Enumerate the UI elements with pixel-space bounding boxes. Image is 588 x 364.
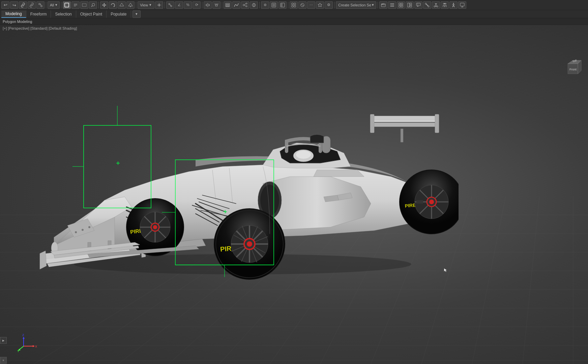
settings-btn[interactable]: ⚙ <box>325 1 333 9</box>
nav-cube-svg[interactable]: Front Top <box>561 59 585 82</box>
tab-freeform[interactable]: Freeform <box>26 10 51 18</box>
tab-selection[interactable]: Selection <box>51 10 76 18</box>
environment-btn[interactable] <box>298 1 306 9</box>
grid-view-btn[interactable] <box>397 1 405 9</box>
align-btn[interactable] <box>212 1 220 9</box>
weights-btn[interactable] <box>432 1 440 9</box>
svg-marker-16 <box>105 4 106 6</box>
svg-text:Z: Z <box>22 333 24 337</box>
percent-snap-btn[interactable]: % <box>184 1 192 9</box>
viewport-background: PIRELLI PIRELLI <box>0 25 588 364</box>
tab-modeling[interactable]: Modeling <box>1 10 26 18</box>
svg-point-27 <box>171 5 172 7</box>
axis-gizmo-svg: Z X Y <box>17 333 37 353</box>
spinner-snap-btn[interactable]: ⟳ <box>193 1 201 9</box>
scene-manager2-btn[interactable] <box>414 1 422 9</box>
select-object-btn[interactable] <box>63 1 71 9</box>
select-filter-label: All <box>50 3 54 7</box>
create-selection-label: Create Selection Se <box>338 3 371 7</box>
svg-rect-86 <box>460 3 464 6</box>
svg-point-174 <box>82 229 84 231</box>
nav-cube[interactable]: Front Top <box>561 59 581 79</box>
rotate-btn[interactable] <box>109 1 117 9</box>
svg-marker-201 <box>444 268 447 272</box>
move-btn[interactable] <box>100 1 108 9</box>
bind-btn[interactable] <box>36 1 45 9</box>
angle-snap-btn[interactable]: ∠ <box>175 1 183 9</box>
svg-rect-172 <box>416 200 423 204</box>
svg-rect-55 <box>390 5 391 5</box>
svg-point-171 <box>429 200 434 204</box>
rect-select-btn[interactable] <box>80 1 88 9</box>
svg-point-80 <box>444 3 445 4</box>
play-button[interactable]: ▶ <box>0 337 7 344</box>
tab-object-paint-label: Object Paint <box>80 12 102 17</box>
svg-point-41 <box>253 3 255 7</box>
redo-btn[interactable]: ↩ <box>10 1 18 9</box>
cursor-svg <box>443 268 448 272</box>
tab-extra-arrow: ▾ <box>136 12 138 16</box>
scene-explorer-btn[interactable] <box>290 1 298 9</box>
sep10 <box>334 2 334 8</box>
bone-btn[interactable] <box>423 1 431 9</box>
ref-coord-dropdown[interactable]: View ▾ <box>138 1 154 9</box>
svg-rect-64 <box>416 3 420 6</box>
svg-point-81 <box>453 3 454 4</box>
undo-btn[interactable]: ↩ <box>1 1 9 9</box>
tab-freeform-label: Freeform <box>30 12 47 17</box>
effects-btn[interactable] <box>316 1 324 9</box>
create-selection-btn[interactable]: Create Selection Se ▾ <box>336 1 376 9</box>
tab-extra-dropdown[interactable]: ▾ <box>133 10 141 18</box>
svg-rect-8 <box>82 4 86 6</box>
curve-editor-btn[interactable] <box>232 1 240 9</box>
mirror-btn[interactable] <box>204 1 212 9</box>
render-btn[interactable] <box>270 1 278 9</box>
svg-rect-43 <box>272 4 275 6</box>
use-pivot-btn[interactable] <box>155 1 163 9</box>
tabs-toolbar: Modeling Freeform Selection Object Paint… <box>0 10 588 18</box>
svg-point-120 <box>296 151 311 159</box>
svg-text:Y: Y <box>17 350 19 353</box>
list-view-btn[interactable] <box>388 1 396 9</box>
scale-nonuniform-btn[interactable] <box>126 1 135 9</box>
open-explorer-btn[interactable] <box>379 1 387 9</box>
select-filter-dropdown[interactable]: All ▾ <box>48 1 60 9</box>
tab-object-paint[interactable]: Object Paint <box>76 10 107 18</box>
render-setup-btn[interactable]: ⚙ <box>261 1 269 9</box>
link-btn[interactable] <box>19 1 27 9</box>
svg-point-26 <box>169 3 170 5</box>
svg-text:Front: Front <box>569 68 577 71</box>
big-grid-btn[interactable] <box>406 1 414 9</box>
svg-point-173 <box>75 231 77 233</box>
viewport-settings-btn[interactable] <box>458 1 466 9</box>
svg-text:X: X <box>35 345 37 348</box>
status-btn-1[interactable]: ≡ <box>0 357 7 364</box>
svg-rect-116 <box>374 120 435 122</box>
tab-selection-label: Selection <box>55 12 71 17</box>
svg-point-74 <box>437 6 438 7</box>
svg-rect-61 <box>408 3 409 7</box>
material-editor-btn[interactable] <box>250 1 258 9</box>
svg-rect-60 <box>401 5 403 7</box>
viewport[interactable]: PIRELLI PIRELLI <box>0 25 588 364</box>
svg-rect-36 <box>246 3 247 4</box>
more-tools-btn[interactable]: ⋯ <box>307 1 315 9</box>
biped-btn[interactable] <box>449 1 458 9</box>
svg-line-85 <box>453 5 454 7</box>
active-shade-btn[interactable] <box>278 1 287 9</box>
tab-populate[interactable]: Populate <box>107 10 131 18</box>
svg-line-28 <box>170 4 171 6</box>
snap-toggle-btn[interactable] <box>166 1 174 9</box>
scale-uniform-btn[interactable] <box>118 1 126 9</box>
sep7 <box>222 2 222 8</box>
schematic-btn[interactable] <box>241 1 249 9</box>
unlink-btn[interactable] <box>28 1 36 9</box>
svg-point-175 <box>88 226 90 228</box>
select-by-name-btn[interactable] <box>71 1 80 9</box>
sep1 <box>46 2 46 8</box>
crowd-btn[interactable] <box>441 1 449 9</box>
layer-manager-btn[interactable] <box>224 1 232 9</box>
svg-rect-54 <box>390 3 391 4</box>
paint-select-btn[interactable] <box>89 1 97 9</box>
svg-rect-32 <box>226 3 230 4</box>
